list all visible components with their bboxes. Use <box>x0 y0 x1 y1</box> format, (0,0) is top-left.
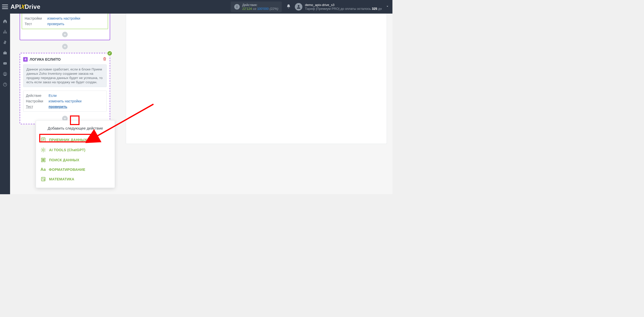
content-panel <box>126 14 387 144</box>
flow-column: Настройкиизменить настройки Тестпроверит… <box>20 14 110 124</box>
prev-settings-label: Настройки <box>25 16 45 21</box>
popup-item-label: ПРИЕМНИК ДАННЫХ <box>49 138 87 142</box>
format-icon: Aa <box>41 167 46 172</box>
actions-label: Действия: <box>242 3 278 7</box>
check-badge-icon <box>107 51 112 56</box>
sidebar-help-icon[interactable] <box>0 80 10 89</box>
main-area: Настройкиизменить настройки Тестпроверит… <box>10 14 392 194</box>
svg-rect-3 <box>5 33 6 33</box>
popup-item-format[interactable]: Aa ФОРМАТИРОВАНИЕ <box>36 165 115 174</box>
step-number: 4 <box>23 57 28 62</box>
user-tariff: Тариф |Премиум PRO| до оплаты осталось 3… <box>305 7 382 11</box>
action-value[interactable]: Если <box>49 93 57 98</box>
svg-rect-1 <box>5 30 6 31</box>
user-name: demo_apix-drive_s3 <box>305 3 382 7</box>
svg-point-8 <box>5 73 6 74</box>
logo-text-drive: Drive <box>25 3 41 10</box>
test-link[interactable]: проверить <box>49 104 67 109</box>
settings-link[interactable]: изменить настройки <box>49 98 82 104</box>
sidebar-user-icon[interactable] <box>0 69 10 78</box>
svg-rect-2 <box>3 33 4 33</box>
prev-test-link[interactable]: проверить <box>47 21 64 27</box>
sidebar-briefcase-icon[interactable] <box>0 48 10 57</box>
sidebar-billing-icon[interactable] <box>0 38 10 47</box>
chevron-down-icon[interactable] <box>385 4 389 9</box>
sidebar-video-icon[interactable] <box>0 59 10 68</box>
svg-rect-5 <box>3 52 7 54</box>
popup-item-label: ФОРМАТИРОВАНИЕ <box>49 168 85 172</box>
sidebar <box>0 14 10 194</box>
settings-label: Настройки <box>26 98 46 104</box>
popup-item-label: ПОИСК ДАННЫХ <box>49 158 79 162</box>
popup-title: Добавить следующее действие <box>36 124 115 135</box>
popup-item-math[interactable]: МАТЕМАТИКА <box>36 174 115 184</box>
popup-item-ai[interactable]: AI TOOLS (ChatGPT) <box>36 145 115 155</box>
action-label: Действие <box>26 93 46 98</box>
add-action-popup: Добавить следующее действие ПРИЕМНИК ДАН… <box>36 120 115 188</box>
actions-value: 22'124 из 100'000 (22%) <box>242 7 278 11</box>
prev-settings-link[interactable]: изменить настройки <box>47 16 80 21</box>
info-icon: i <box>234 4 240 10</box>
sidebar-connections-icon[interactable] <box>0 27 10 36</box>
avatar-icon[interactable] <box>295 3 302 11</box>
popup-item-label: AI TOOLS (ChatGPT) <box>49 148 85 152</box>
popup-item-label: МАТЕМАТИКА <box>49 177 74 181</box>
svg-point-0 <box>298 5 300 7</box>
actions-counter[interactable]: i Действия: 22'124 из 100'000 (22%) <box>231 2 282 12</box>
step-title: ЛОГИКА ЕСЛИ/ТО <box>30 57 101 61</box>
prev-step-card: Настройкиизменить настройки Тестпроверит… <box>20 14 110 40</box>
delete-icon[interactable] <box>103 57 107 62</box>
test-label: Тест <box>26 104 46 109</box>
logo-text-api: API <box>11 3 21 10</box>
prev-test-label: Тест <box>25 21 45 27</box>
sidebar-home-icon[interactable] <box>0 17 10 26</box>
svg-rect-4 <box>6 33 7 33</box>
svg-point-14 <box>42 149 44 151</box>
user-block[interactable]: demo_apix-drive_s3 Тариф |Премиум PRO| д… <box>305 3 382 11</box>
menu-icon[interactable] <box>2 5 8 9</box>
svg-point-15 <box>43 160 44 161</box>
step-settings: ДействиеЕсли Настройкиизменить настройки… <box>23 91 107 112</box>
add-between-button[interactable] <box>62 44 68 49</box>
popup-item-receiver[interactable]: ПРИЕМНИК ДАННЫХ <box>36 135 115 145</box>
svg-rect-16 <box>42 177 45 181</box>
bell-icon[interactable] <box>286 4 291 10</box>
add-inner-button[interactable] <box>62 32 68 37</box>
popup-item-search[interactable]: ПОИСК ДАННЫХ <box>36 155 115 165</box>
logic-card: 4 ЛОГИКА ЕСЛИ/ТО Данное условие сработае… <box>20 53 110 124</box>
step-description: Данное условие сработает, если в блоке П… <box>23 64 107 87</box>
logo[interactable]: APIXDrive <box>11 3 41 10</box>
top-header: APIXDrive i Действия: 22'124 из 100'000 … <box>0 0 392 14</box>
